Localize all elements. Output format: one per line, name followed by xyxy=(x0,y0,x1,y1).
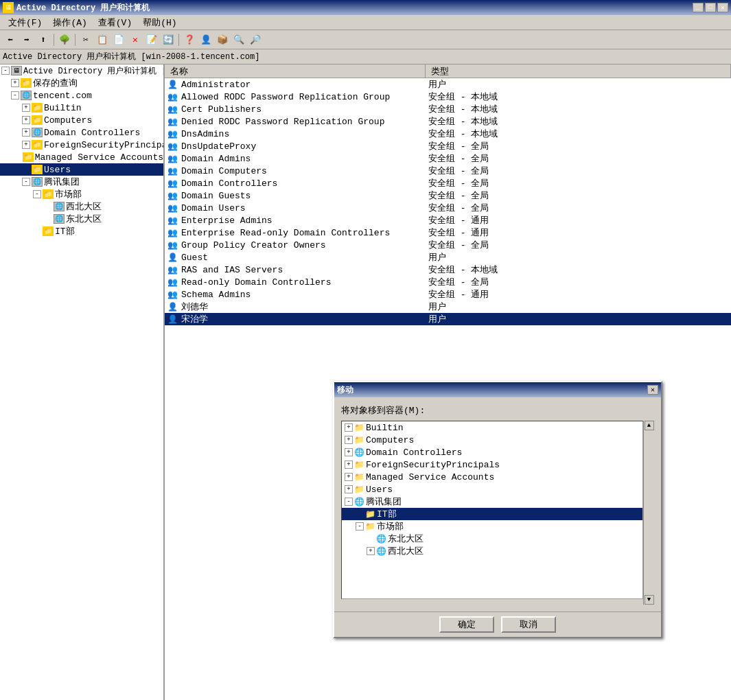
root-expand[interactable]: - xyxy=(1,67,10,75)
tree-market[interactable]: - 📁 市场部 xyxy=(0,188,163,200)
dlg-tg[interactable]: - 🌐 腾讯集团 xyxy=(342,495,642,508)
close-button[interactable]: ✕ xyxy=(717,3,728,12)
refresh-button[interactable]: 🔄 xyxy=(161,32,176,47)
list-item[interactable]: 👥Domain Admins安全组 - 全局 xyxy=(165,152,731,165)
dialog-tree[interactable]: + 📁 Builtin + 📁 Computers + 🌐 Domai xyxy=(341,421,643,599)
list-item[interactable]: 👤刘德华用户 xyxy=(165,301,731,313)
menu-action[interactable]: 操作(A) xyxy=(47,15,92,30)
list-item[interactable]: 👥Domain Guests安全组 - 全局 xyxy=(165,189,731,202)
list-item[interactable]: 👥Domain Controllers安全组 - 全局 xyxy=(165,177,731,189)
tree-xibei[interactable]: 🌐 西北大区 xyxy=(0,200,163,213)
dlg-xibei[interactable]: + 🌐 西北大区 xyxy=(342,545,642,557)
dlg-fsp-label: ForeignSecurityPrincipals xyxy=(366,460,500,470)
tencent-expand[interactable]: - xyxy=(11,91,19,100)
list-item[interactable]: 👤Guest用户 xyxy=(165,251,731,264)
list-item[interactable]: 👥Allowed RODC Password Replication Group… xyxy=(165,91,731,103)
menu-help[interactable]: 帮助(H) xyxy=(137,15,182,30)
dlg-fsp-expand[interactable]: + xyxy=(345,460,353,469)
tree-tencent[interactable]: - 🌐 tencent.com xyxy=(0,89,163,102)
list-item[interactable]: 👥Cert Publishers安全组 - 本地域 xyxy=(165,103,731,115)
dlg-users-label: Users xyxy=(366,485,393,495)
show-tree-button[interactable]: 🌳 xyxy=(57,32,72,47)
dlg-msa-expand[interactable]: + xyxy=(345,473,353,481)
cut-button[interactable]: ✂ xyxy=(78,32,93,47)
dlg-dc[interactable]: + 🌐 Domain Controllers xyxy=(342,446,642,458)
list-item[interactable]: 👥Read-only Domain Controllers安全组 - 全局 xyxy=(165,276,731,288)
list-item[interactable]: 👥Enterprise Read-only Domain Controllers… xyxy=(165,226,731,239)
cancel-button[interactable]: 取消 xyxy=(501,616,556,633)
list-item[interactable]: 👥DnsUpdateProxy安全组 - 全局 xyxy=(165,140,731,152)
item-name: Guest xyxy=(181,253,428,263)
menu-file[interactable]: 文件(F) xyxy=(3,15,47,30)
dlg-users-expand[interactable]: + xyxy=(345,485,353,493)
market-expand[interactable]: - xyxy=(33,190,41,198)
dlg-it-label: IT部 xyxy=(377,508,397,520)
up-button[interactable]: ⬆ xyxy=(36,32,51,47)
dlg-market[interactable]: - 📁 市场部 xyxy=(342,520,642,533)
dlg-computers[interactable]: + 📁 Computers xyxy=(342,434,642,446)
dlg-market-expand[interactable]: - xyxy=(356,522,364,530)
back-button[interactable]: ⬅ xyxy=(3,32,18,47)
scroll-down[interactable]: ▼ xyxy=(645,595,654,605)
list-item[interactable]: 👥DnsAdmins安全组 - 本地域 xyxy=(165,128,731,140)
delete-button[interactable]: ✕ xyxy=(128,32,143,47)
delegate-button[interactable]: 👤 xyxy=(198,32,213,47)
col-header-type[interactable]: 类型 xyxy=(426,65,731,78)
dlg-xibei-expand[interactable]: + xyxy=(367,547,375,555)
filter-button[interactable]: 🔍 xyxy=(231,32,246,47)
dialog-close-button[interactable]: ✕ xyxy=(647,385,658,395)
ok-button[interactable]: 确定 xyxy=(439,616,494,633)
fsp-expand[interactable]: + xyxy=(22,141,30,149)
minimize-button[interactable]: _ xyxy=(693,3,704,12)
dlg-dc-expand[interactable]: + xyxy=(345,448,353,456)
sq-expand[interactable]: + xyxy=(11,79,19,87)
list-item[interactable]: 👥Schema Admins安全组 - 通用 xyxy=(165,288,731,301)
dc-expand[interactable]: + xyxy=(22,128,30,137)
list-item[interactable]: 👥Domain Computers安全组 - 全局 xyxy=(165,165,731,177)
tree-dc[interactable]: + 🌐 Domain Controllers xyxy=(0,126,163,139)
list-item[interactable]: 👤Administrator用户 xyxy=(165,78,731,91)
list-item[interactable]: 👥RAS and IAS Servers安全组 - 本地域 xyxy=(165,264,731,276)
list-item[interactable]: 👤宋治学用户 xyxy=(165,313,731,325)
tree-tencent-group[interactable]: - 🌐 腾讯集团 xyxy=(0,176,163,188)
dlg-msa[interactable]: + 📁 Managed Service Accounts xyxy=(342,471,642,483)
tree-root[interactable]: - 🖥 Active Directory 用户和计算机 [win-2008-1.… xyxy=(0,65,163,77)
tg-expand[interactable]: - xyxy=(22,178,30,186)
dlg-dongbei[interactable]: 🌐 东北大区 xyxy=(342,533,642,545)
maximize-button[interactable]: □ xyxy=(705,3,716,12)
scroll-up[interactable]: ▲ xyxy=(645,421,654,430)
dialog-scrollbar[interactable]: ▲ ▼ xyxy=(643,421,654,605)
copy-button[interactable]: 📋 xyxy=(95,32,110,47)
col-header-name[interactable]: 名称 xyxy=(165,65,426,78)
tree-msa[interactable]: 📁 Managed Service Accounts xyxy=(0,151,163,163)
move-button[interactable]: 📦 xyxy=(215,32,230,47)
dlg-it[interactable]: 📁 IT部 xyxy=(342,508,642,520)
list-item[interactable]: 👥Denied RODC Password Replication Group安… xyxy=(165,115,731,128)
menu-view[interactable]: 查看(V) xyxy=(93,15,137,30)
tree-dongbei[interactable]: 🌐 东北大区 xyxy=(0,213,163,225)
help-button[interactable]: ❓ xyxy=(182,32,197,47)
dlg-builtin[interactable]: + 📁 Builtin xyxy=(342,421,642,434)
dlg-computers-expand[interactable]: + xyxy=(345,436,353,444)
tree-users[interactable]: 📁 Users xyxy=(0,163,163,176)
tree-fsp[interactable]: + 📁 ForeignSecurityPrincipals xyxy=(0,139,163,151)
tree-it[interactable]: 📁 IT部 xyxy=(0,225,163,237)
computers-expand[interactable]: + xyxy=(22,116,30,124)
dlg-users[interactable]: + 📁 Users xyxy=(342,483,642,495)
find-button[interactable]: 🔎 xyxy=(248,32,263,47)
paste-button[interactable]: 📄 xyxy=(111,32,126,47)
move-dialog[interactable]: 移动 ✕ 将对象移到容器(M): + 📁 Builtin + 📁 xyxy=(333,381,662,638)
list-item[interactable]: 👥Enterprise Admins安全组 - 通用 xyxy=(165,214,731,226)
builtin-expand[interactable]: + xyxy=(22,104,30,112)
forward-button[interactable]: ➡ xyxy=(19,32,34,47)
tree-saved-queries[interactable]: + 📁 保存的查询 xyxy=(0,77,163,89)
dlg-builtin-expand[interactable]: + xyxy=(345,423,353,432)
dlg-fsp[interactable]: + 📁 ForeignSecurityPrincipals xyxy=(342,458,642,471)
list-item[interactable]: 👥Domain Users安全组 - 全局 xyxy=(165,202,731,214)
tree-builtin[interactable]: + 📁 Builtin xyxy=(0,102,163,114)
list-item[interactable]: 👥Group Policy Creator Owners安全组 - 全局 xyxy=(165,239,731,251)
tree-computers[interactable]: + 📁 Computers xyxy=(0,114,163,126)
dlg-tg-expand[interactable]: - xyxy=(345,498,353,506)
properties-button[interactable]: 📝 xyxy=(144,32,159,47)
right-list: 👤Administrator用户👥Allowed RODC Password R… xyxy=(165,78,731,325)
